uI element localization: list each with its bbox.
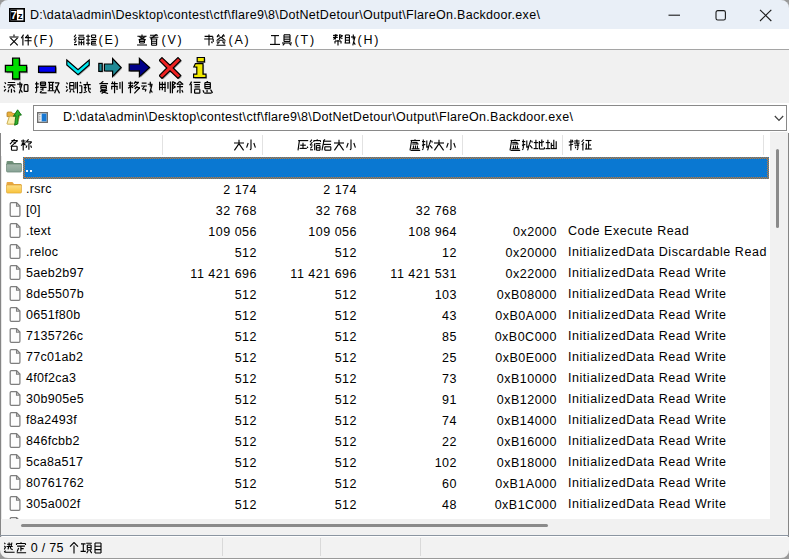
svg-text:7: 7	[11, 9, 17, 21]
svg-text:z: z	[18, 11, 23, 21]
